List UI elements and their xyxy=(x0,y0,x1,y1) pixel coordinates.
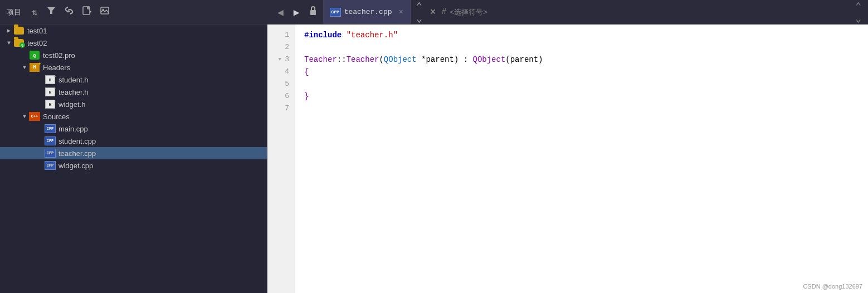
fold-arrow-3[interactable]: ▼ xyxy=(277,53,282,66)
link-icon[interactable] xyxy=(62,6,76,18)
watermark: CSDN @dong132697 xyxy=(803,283,862,290)
sidebar-item-headers[interactable]: ▼H+Headers xyxy=(0,61,267,74)
tab-close-button[interactable]: × xyxy=(399,8,403,17)
editor-toolbar: ◀ ▶ CPP teacher.cpp × ⌃⌄ × # <选择符号> ⌃⌄ xyxy=(274,0,861,24)
project-sidebar: ▶test01▼Qtest02Qtest02.pro▼H+HeadersH+st… xyxy=(0,25,267,293)
svg-rect-9 xyxy=(310,10,316,15)
tree-label-student_cpp: student.cpp xyxy=(58,137,96,145)
svg-marker-0 xyxy=(47,7,55,14)
line-num-5: 5 xyxy=(267,78,295,90)
qt-file-icon-test02pro: Q xyxy=(29,51,40,60)
sidebar-item-test01[interactable]: ▶test01 xyxy=(0,25,267,37)
sidebar-item-sources[interactable]: ▼C++Sources xyxy=(0,110,267,123)
folder-icon-test01 xyxy=(13,26,25,35)
tree-label-teacher_cpp: teacher.cpp xyxy=(58,149,96,158)
code-line-1: #include "teacher.h" xyxy=(304,29,859,41)
code-area[interactable]: #include "teacher.h"Teacher::Teacher(QOb… xyxy=(295,25,868,293)
filter-icon[interactable] xyxy=(45,5,58,19)
code-line-5 xyxy=(304,78,859,90)
tree-arrow-sources: ▼ xyxy=(20,114,29,120)
add-file-icon[interactable] xyxy=(80,5,94,19)
editor-content: 12▼34567 #include "teacher.h"Teacher::Te… xyxy=(267,25,868,293)
hash-icon: # xyxy=(442,7,447,17)
image-icon[interactable] xyxy=(98,6,111,18)
cpp-file-icon-main_cpp: CPP xyxy=(45,124,56,133)
line-num-6: 6 xyxy=(267,90,295,102)
cpp-file-icon-widget_cpp: CPP xyxy=(45,161,56,170)
code-line-6: } xyxy=(304,90,859,102)
sidebar-item-widget_h[interactable]: H+widget.h xyxy=(0,98,267,110)
line-num-1: 1 xyxy=(267,29,295,41)
line-numbers: 12▼34567 xyxy=(267,25,295,293)
sidebar-item-main_cpp[interactable]: CPPmain.cpp xyxy=(0,123,267,135)
cpp-file-icon-student_cpp: CPP xyxy=(45,136,56,145)
cpp-section-icon-sources: C++ xyxy=(29,112,40,121)
sidebar-item-test02pro[interactable]: Qtest02.pro xyxy=(0,49,267,61)
expand-icon[interactable]: ⌃⌄ xyxy=(855,0,861,25)
tree-arrow-test01: ▶ xyxy=(4,27,13,34)
line-num-2: 2 xyxy=(267,41,295,53)
tree-label-widget_cpp: widget.cpp xyxy=(58,162,93,170)
h-file-icon-widget_h: H+ xyxy=(45,100,56,109)
sidebar-toolbar: 项目 ⇅ xyxy=(7,5,274,19)
h-section-icon-headers: H+ xyxy=(29,63,40,72)
sidebar-item-teacher_cpp[interactable]: CPPteacher.cpp xyxy=(0,147,267,159)
sidebar-item-widget_cpp[interactable]: CPPwidget.cpp xyxy=(0,159,267,172)
sidebar-item-student_h[interactable]: H+student.h xyxy=(0,74,267,86)
h-file-icon-teacher_h: H+ xyxy=(45,87,56,96)
tree-arrow-headers: ▼ xyxy=(20,65,29,71)
lock-icon[interactable] xyxy=(306,6,320,18)
h-file-icon-student_h: H+ xyxy=(45,75,56,84)
sidebar-item-teacher_h[interactable]: H+teacher.h xyxy=(0,86,267,98)
cpp-file-icon-teacher_cpp: CPP xyxy=(45,149,56,158)
tree-arrow-test02: ▼ xyxy=(4,40,13,46)
line-num-3: ▼3 xyxy=(267,53,295,66)
tree-label-student_h: student.h xyxy=(58,76,89,84)
tree-label-test02: test02 xyxy=(27,39,47,47)
symbol-selector[interactable]: <选择符号> xyxy=(450,7,487,17)
tree-label-main_cpp: main.cpp xyxy=(58,125,88,133)
tree-label-headers: Headers xyxy=(43,64,70,72)
line-num-4: 4 xyxy=(267,66,295,78)
sort-icon[interactable]: ⇅ xyxy=(30,6,40,19)
tab-teacher-cpp[interactable]: CPP teacher.cpp × xyxy=(323,0,411,24)
tree-label-test02pro: test02.pro xyxy=(43,51,75,60)
main-area: ▶test01▼Qtest02Qtest02.pro▼H+HeadersH+st… xyxy=(0,25,868,293)
toolbar: 项目 ⇅ ◀ ▶ CPP teacher.cpp × xyxy=(0,0,868,25)
code-line-2 xyxy=(304,41,859,53)
nav-forward-button[interactable]: ▶ xyxy=(290,6,303,18)
project-title: 项目 xyxy=(7,7,21,17)
code-editor[interactable]: 12▼34567 #include "teacher.h"Teacher::Te… xyxy=(267,25,868,293)
qt-folder-icon-test02: Q xyxy=(13,38,25,47)
code-line-4: { xyxy=(304,66,859,78)
cpp-tab-icon: CPP xyxy=(330,8,341,17)
code-line-7 xyxy=(304,102,859,115)
tree-label-sources: Sources xyxy=(43,113,70,121)
line-num-7: 7 xyxy=(267,102,295,115)
tree-label-teacher_h: teacher.h xyxy=(58,88,89,96)
tree-label-widget_h: widget.h xyxy=(58,100,85,109)
tab-filename: teacher.cpp xyxy=(344,8,392,16)
nav-back-button[interactable]: ◀ xyxy=(274,6,287,18)
tree-label-test01: test01 xyxy=(27,27,47,35)
close-tab-button[interactable]: × xyxy=(428,7,438,18)
sidebar-item-test02[interactable]: ▼Qtest02 xyxy=(0,37,267,49)
code-line-3: Teacher::Teacher(QObject *parent) : QObj… xyxy=(304,53,859,66)
sidebar-item-student_cpp[interactable]: CPPstudent.cpp xyxy=(0,135,267,147)
tab-navigate-icon[interactable]: ⌃⌄ xyxy=(414,0,425,25)
